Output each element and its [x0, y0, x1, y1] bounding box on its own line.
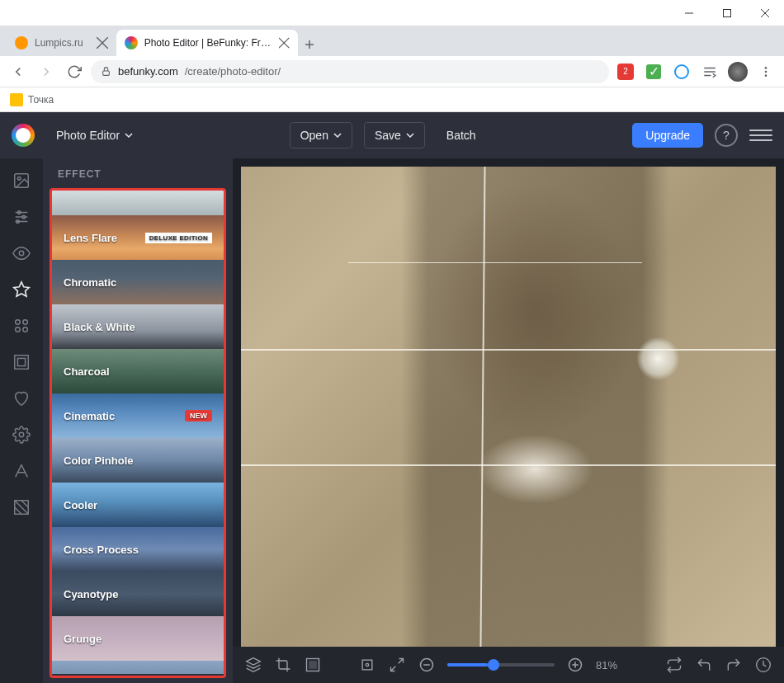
effects-list[interactable]: Lens Flare DELUXE EDITION Chromatic Blac… — [50, 188, 226, 678]
save-button[interactable]: Save — [364, 122, 425, 148]
bookmark-folder-icon — [10, 93, 23, 106]
new-badge: NEW — [185, 410, 212, 422]
layers-icon[interactable] — [244, 656, 262, 674]
compare-icon[interactable] — [665, 656, 683, 674]
befunky-logo[interactable] — [12, 124, 35, 147]
zoom-slider[interactable] — [447, 663, 555, 667]
rail-overlays-icon[interactable] — [11, 424, 32, 445]
canvas[interactable] — [233, 158, 784, 647]
svg-point-42 — [366, 663, 368, 666]
history-icon[interactable] — [754, 656, 772, 674]
deluxe-badge: DELUXE EDITION — [145, 233, 212, 243]
slider-handle[interactable] — [488, 659, 499, 671]
tab-lumpics[interactable]: Lumpics.ru — [7, 30, 116, 56]
bottom-toolbar: 81% — [233, 647, 784, 683]
effect-color-pinhole[interactable]: Color Pinhole — [52, 438, 224, 483]
effect-cyanotype[interactable]: Cyanotype — [52, 572, 224, 616]
svg-line-35 — [15, 501, 29, 515]
effect-black-white[interactable]: Black & White — [52, 304, 224, 349]
window-maximize[interactable] — [708, 0, 746, 26]
photo-preview — [241, 167, 776, 647]
extension-adblock[interactable]: 2 — [614, 60, 637, 83]
close-icon[interactable] — [97, 37, 108, 49]
rail-frames-icon[interactable] — [11, 351, 32, 373]
window-minimize[interactable] — [670, 0, 708, 26]
svg-line-36 — [15, 507, 21, 514]
rail-graphics-icon[interactable] — [11, 388, 32, 409]
zoom-in-button[interactable] — [566, 656, 584, 674]
browser-menu[interactable] — [754, 60, 777, 83]
app-body: EFFECT Lens Flare DELUXE EDITION Chromat… — [0, 158, 784, 683]
back-button[interactable] — [7, 60, 30, 83]
url-path: /create/photo-editor/ — [185, 65, 281, 78]
effect-item[interactable] — [52, 661, 224, 674]
fit-screen-icon[interactable] — [358, 656, 376, 674]
undo-button[interactable] — [695, 656, 713, 674]
redo-button[interactable] — [725, 656, 743, 674]
svg-point-25 — [19, 251, 24, 256]
tab-befunky[interactable]: Photo Editor | BeFunky: Free Onl — [116, 30, 298, 56]
window-titlebar — [0, 0, 784, 26]
effect-cooler[interactable]: Cooler — [52, 483, 224, 527]
befunky-app: Photo Editor Open Save Batch Upgrade ? — [0, 112, 784, 683]
effect-chromatic[interactable]: Chromatic — [52, 260, 224, 304]
svg-line-37 — [21, 501, 28, 507]
svg-point-29 — [16, 327, 21, 332]
url-host: befunky.com — [118, 65, 178, 78]
favicon-icon — [125, 36, 138, 49]
chevron-down-icon — [125, 131, 133, 139]
menu-button[interactable] — [749, 124, 772, 147]
extension-check[interactable]: ✓ — [642, 60, 665, 83]
crop-icon[interactable] — [274, 656, 292, 674]
extension-globe[interactable] — [670, 60, 693, 83]
effect-cross-process[interactable]: Cross Process — [52, 527, 224, 572]
lock-icon — [101, 66, 111, 77]
help-button[interactable]: ? — [715, 124, 738, 147]
effect-lens-flare[interactable]: Lens Flare DELUXE EDITION — [52, 215, 224, 260]
browser-tabs: Lumpics.ru Photo Editor | BeFunky: Free … — [0, 26, 784, 56]
batch-button[interactable]: Batch — [437, 122, 486, 148]
zoom-out-button[interactable] — [418, 656, 436, 674]
rail-sliders-icon[interactable] — [11, 206, 32, 228]
effect-grunge[interactable]: Grunge — [52, 616, 224, 661]
reload-button[interactable] — [63, 60, 86, 83]
rail-eye-icon[interactable] — [11, 243, 32, 264]
app-header: Photo Editor Open Save Batch Upgrade ? — [0, 112, 784, 158]
svg-point-33 — [19, 432, 24, 437]
window-close[interactable] — [746, 0, 784, 26]
chevron-down-icon — [406, 131, 414, 139]
profile-avatar[interactable] — [726, 60, 749, 83]
svg-rect-10 — [103, 71, 110, 75]
rail-image-icon[interactable] — [11, 170, 32, 191]
avatar-icon — [728, 62, 748, 82]
effect-item[interactable] — [52, 191, 224, 215]
svg-marker-26 — [14, 282, 29, 296]
rail-text-icon[interactable] — [11, 460, 32, 482]
svg-point-30 — [23, 327, 28, 332]
effect-cinematic[interactable]: Cinematic NEW — [52, 393, 224, 438]
forward-button[interactable] — [35, 60, 58, 83]
new-tab-button[interactable] — [298, 33, 321, 56]
zoom-percent: 81% — [596, 659, 629, 671]
rail-effects-icon[interactable] — [11, 279, 32, 300]
rail-textures-icon[interactable] — [11, 497, 32, 518]
svg-point-18 — [17, 177, 21, 180]
svg-point-15 — [765, 70, 767, 73]
upgrade-button[interactable]: Upgrade — [632, 123, 703, 148]
open-button[interactable]: Open — [290, 122, 352, 148]
effect-charcoal[interactable]: Charcoal — [52, 349, 224, 393]
svg-point-27 — [16, 320, 21, 325]
svg-point-28 — [23, 320, 28, 325]
effects-panel: EFFECT Lens Flare DELUXE EDITION Chromat… — [43, 158, 233, 683]
reading-list[interactable] — [698, 60, 721, 83]
rail-artsy-icon[interactable] — [11, 315, 32, 337]
bookmark-item[interactable]: Точка — [28, 94, 54, 106]
globe-icon — [674, 64, 689, 79]
chevron-down-icon — [333, 131, 342, 139]
close-icon[interactable] — [279, 37, 289, 49]
grid-icon[interactable] — [304, 656, 322, 674]
svg-rect-1 — [724, 9, 731, 16]
address-bar[interactable]: befunky.com/create/photo-editor/ — [91, 60, 609, 83]
fullscreen-icon[interactable] — [388, 656, 406, 674]
photo-editor-dropdown[interactable]: Photo Editor — [46, 122, 143, 148]
